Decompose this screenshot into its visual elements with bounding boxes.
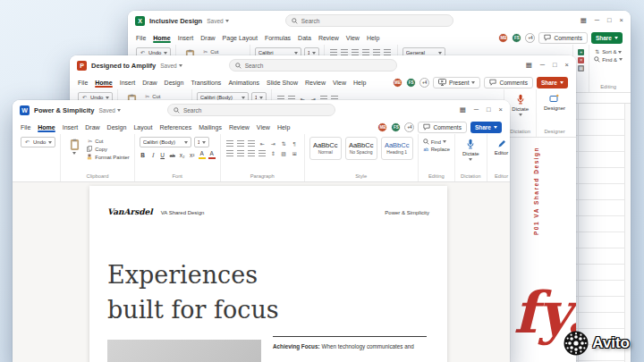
font-name-select[interactable]: Calibri (Body) — [140, 137, 191, 147]
format-painter-button[interactable]: Format Painter — [87, 154, 129, 160]
copy-button[interactable]: Copy — [87, 146, 129, 152]
style-heading-1[interactable]: AaBbCc Heading 1 — [381, 137, 413, 160]
saved-status[interactable]: Saved — [207, 18, 228, 24]
menu-formulas[interactable]: Formulas — [265, 33, 291, 43]
numbering-icon[interactable] — [237, 140, 244, 147]
menu-file[interactable]: File — [136, 33, 146, 43]
underline-icon[interactable]: U — [159, 152, 166, 159]
menu-mailings[interactable]: Mailings — [199, 122, 222, 132]
decrease-indent-icon[interactable]: ⇤ — [259, 141, 266, 147]
comments-button[interactable]: Comments — [418, 122, 466, 133]
saved-status[interactable]: Saved — [99, 107, 121, 114]
menu-home[interactable]: Home — [95, 78, 112, 88]
avatar[interactable]: FS — [391, 122, 401, 132]
align-top-icon[interactable] — [330, 49, 337, 55]
shading-icon[interactable]: ▨ — [281, 151, 287, 156]
minimize-button[interactable]: ─ — [474, 106, 479, 114]
menu-home[interactable]: Home — [153, 33, 170, 43]
align-left-icon[interactable] — [362, 49, 369, 55]
cut-button[interactable]: ✂Cut — [202, 49, 244, 55]
share-button[interactable]: Share — [591, 32, 623, 44]
maximize-button[interactable]: □ — [487, 106, 491, 114]
menu-file[interactable]: File — [21, 122, 30, 132]
avatar-overflow[interactable]: +4 — [525, 33, 535, 43]
menu-page-layout[interactable]: Page Layout — [223, 33, 258, 43]
sort-filter-button[interactable]: ⇅Sort & — [594, 49, 623, 55]
word-titlebar[interactable]: W Power & Simplicity Saved Search ▦ ─ □ … — [13, 100, 510, 120]
menu-help[interactable]: Help — [367, 33, 379, 43]
menu-insert[interactable]: Insert — [63, 122, 79, 132]
menu-home[interactable]: Home — [38, 122, 55, 132]
ribbon-options-icon[interactable]: ▦ — [526, 62, 532, 69]
avatar[interactable]: MB — [498, 33, 508, 43]
menu-view[interactable]: View — [257, 122, 270, 132]
menu-view[interactable]: View — [346, 33, 360, 43]
menu-review[interactable]: Review — [229, 122, 250, 132]
menu-view[interactable]: View — [333, 78, 346, 88]
share-button[interactable]: Share — [470, 122, 502, 133]
comments-button[interactable]: Comments — [538, 32, 587, 44]
format-cells-icon[interactable]: ▦ — [578, 65, 584, 72]
align-center-icon[interactable] — [237, 150, 244, 156]
delete-cells-icon[interactable]: × — [578, 57, 584, 63]
dictate-button[interactable]: Dictate — [460, 137, 482, 161]
menu-draw[interactable]: Draw — [200, 33, 215, 43]
line-spacing-icon[interactable]: ⇕ — [270, 151, 276, 156]
find-select-button[interactable]: Find & — [594, 56, 623, 63]
strikethrough-icon[interactable]: ab — [169, 153, 176, 159]
editor-button[interactable]: Editor — [492, 137, 510, 156]
menu-file[interactable]: File — [78, 78, 88, 88]
share-button[interactable]: Share — [537, 77, 568, 88]
find-button[interactable]: Find — [423, 139, 450, 145]
increase-indent-icon[interactable]: ⇥ — [270, 141, 276, 147]
search-input[interactable]: Search — [229, 59, 397, 72]
align-right-icon[interactable] — [248, 150, 255, 156]
excel-titlebar[interactable]: X Inclusive Design Saved Search ▦ ─ □ × — [128, 11, 631, 30]
close-button[interactable]: × — [620, 17, 623, 24]
borders-icon[interactable]: ⊞ — [292, 151, 298, 156]
cut-button[interactable]: ✂Cut — [144, 94, 186, 99]
powerpoint-titlebar[interactable]: P Designed to Amplify Saved Search ▦ ─ □… — [70, 55, 576, 75]
close-button[interactable]: × — [565, 62, 569, 69]
align-center-icon[interactable] — [373, 49, 380, 55]
minimize-button[interactable]: ─ — [595, 17, 599, 24]
ribbon-options-icon[interactable]: ▦ — [580, 17, 587, 24]
undo-button[interactable]: ↶Undo — [21, 137, 55, 147]
sort-icon[interactable]: ⇅ — [281, 141, 287, 147]
superscript-icon[interactable]: x² — [189, 152, 196, 159]
search-input[interactable]: Search — [285, 14, 453, 27]
minimize-button[interactable]: ─ — [540, 62, 545, 69]
avatar[interactable]: FS — [512, 33, 521, 43]
dictate-button[interactable]: Dictate — [509, 92, 531, 116]
menu-layout[interactable]: Layout — [133, 122, 152, 132]
style-no-spacing[interactable]: AaBbCc No Spacing — [345, 137, 377, 160]
paste-button[interactable] — [65, 137, 83, 155]
avatar-overflow[interactable]: +4 — [404, 122, 414, 132]
menu-help[interactable]: Help — [277, 122, 290, 132]
multilevel-list-icon[interactable] — [248, 140, 255, 147]
menu-slide-show[interactable]: Slide Show — [267, 78, 298, 88]
font-size-select[interactable]: 11 — [194, 137, 209, 147]
present-button[interactable]: Present — [433, 77, 480, 88]
maximize-button[interactable]: □ — [553, 62, 557, 69]
bold-icon[interactable]: B — [140, 152, 147, 159]
menu-draw[interactable]: Draw — [142, 78, 157, 88]
menu-transitions[interactable]: Transitions — [191, 78, 221, 88]
font-color-icon[interactable]: A — [208, 150, 216, 159]
ribbon-options-icon[interactable]: ▦ — [460, 106, 466, 114]
paragraph-mark-icon[interactable]: ¶ — [292, 141, 298, 147]
menu-help[interactable]: Help — [353, 78, 366, 88]
align-bottom-icon[interactable] — [352, 49, 359, 55]
menu-review[interactable]: Review — [318, 33, 339, 43]
menu-animations[interactable]: Animations — [228, 78, 259, 88]
avatar[interactable]: MB — [393, 78, 402, 88]
maximize-button[interactable]: □ — [607, 17, 612, 24]
highlight-color-icon[interactable]: A — [199, 150, 206, 159]
menu-insert[interactable]: Insert — [178, 33, 194, 43]
menu-design[interactable]: Design — [107, 122, 127, 132]
document-page[interactable]: VanArsdel VA Shared Design Power & Simpl… — [89, 186, 447, 362]
comments-button[interactable]: Comments — [484, 77, 532, 88]
replace-button[interactable]: abReplace — [423, 147, 450, 152]
vertical-scrollbar[interactable] — [624, 104, 631, 362]
search-input[interactable]: Search — [167, 104, 335, 116]
